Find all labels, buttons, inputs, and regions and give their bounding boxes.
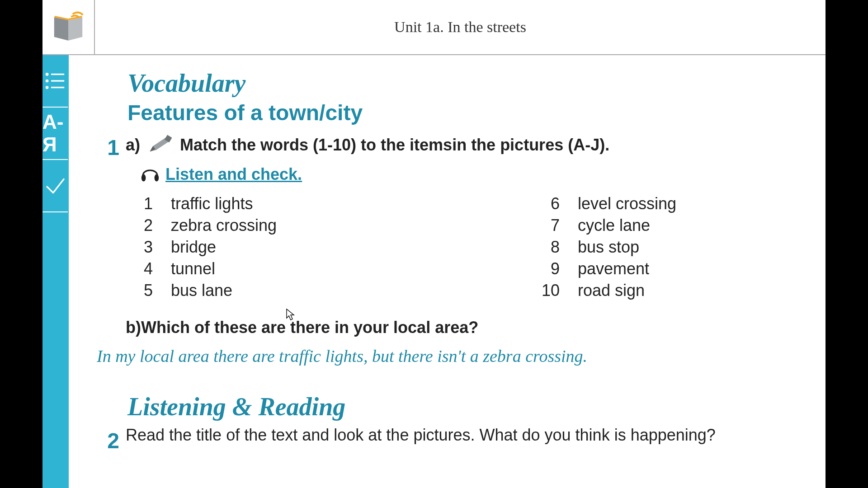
page-content: Vocabulary Features of a town/city 1 a) — [69, 55, 835, 488]
section-title-vocabulary: Vocabulary — [127, 69, 804, 98]
svg-point-9 — [142, 174, 146, 182]
headphones-icon — [139, 163, 161, 186]
vocab-word-list: 1traffic lights2zebra crossing3bridge4tu… — [126, 194, 804, 300]
vocab-item-word: traffic lights — [171, 194, 253, 213]
section-title-listening-reading: Listening & Reading — [127, 392, 804, 421]
vocab-item: 5bus lane — [126, 281, 533, 300]
vocab-item-word: level crossing — [578, 194, 676, 213]
glossary-button[interactable]: А-Я — [42, 108, 68, 160]
vocab-item-word: bridge — [171, 238, 216, 257]
app-logo[interactable] — [42, 0, 95, 54]
svg-point-10 — [155, 174, 159, 182]
vocab-item: 1traffic lights — [126, 194, 533, 213]
part-b-question: Which of these are there in your local a… — [141, 318, 478, 337]
vocab-item-word: bus lane — [171, 281, 232, 300]
listen-row: Listen and check. — [139, 163, 804, 186]
vocab-item-word: bus stop — [578, 238, 639, 257]
pencil-icon — [148, 134, 172, 158]
vocab-item: 8bus stop — [533, 238, 804, 257]
vocab-item: 2zebra crossing — [126, 216, 533, 235]
vocab-item: 4tunnel — [126, 259, 533, 278]
list-icon — [42, 68, 68, 94]
vocab-item-word: road sign — [578, 281, 645, 300]
svg-point-0 — [46, 73, 49, 76]
vocab-item-word: tunnel — [171, 259, 215, 278]
sidebar: А-Я — [42, 55, 69, 488]
vocab-item: 7cycle lane — [533, 216, 804, 235]
part-a-label: a) — [126, 136, 140, 154]
vocab-item-word: zebra crossing — [171, 216, 277, 235]
exercise-2: 2 Read the title of the text and look at… — [127, 426, 804, 453]
vocab-item-number: 5 — [126, 281, 153, 300]
part-a-text: Match the words (1-10) to the itemsin th… — [180, 136, 609, 154]
vocab-item-word: cycle lane — [578, 216, 650, 235]
exercise-number: 1 — [96, 135, 119, 160]
exercise-1: 1 a) Match the words (1-10) to the items… — [127, 134, 804, 343]
exercise-number: 2 — [96, 428, 119, 453]
section-subtitle: Features of a town/city — [127, 100, 804, 125]
vocab-item: 9pavement — [533, 259, 804, 278]
vocab-item: 6level crossing — [533, 194, 804, 213]
vocab-item-word: pavement — [578, 259, 649, 278]
vocab-item-number: 7 — [533, 216, 560, 235]
vocab-item-number: 4 — [126, 259, 153, 278]
exercise-1a-instruction: a) Match the words (1-10) to the itemsin… — [126, 134, 804, 158]
book-icon — [51, 9, 86, 45]
vocab-item-number: 2 — [126, 216, 153, 235]
body: А-Я Vocabulary Features of a town/city 1… — [42, 55, 826, 488]
exercise-1b: b)Which of these are there in your local… — [126, 318, 804, 337]
vocab-item-number: 9 — [533, 259, 560, 278]
unit-title: Unit 1a. In the streets — [95, 19, 826, 36]
top-bar: Unit 1a. In the streets — [42, 0, 826, 55]
check-icon — [42, 173, 68, 198]
vocab-item-number: 6 — [533, 194, 560, 213]
vocab-item-number: 10 — [533, 281, 560, 300]
listen-and-check-link[interactable]: Listen and check. — [165, 165, 302, 184]
vocab-item-number: 1 — [126, 194, 153, 213]
svg-point-2 — [46, 80, 49, 83]
vocab-item: 10road sign — [533, 281, 804, 300]
vocab-item: 3bridge — [126, 238, 533, 257]
exercise-2-question: Read the title of the text and look at t… — [126, 426, 716, 453]
svg-point-4 — [46, 86, 49, 89]
check-button[interactable] — [42, 160, 68, 212]
toc-button[interactable] — [42, 55, 68, 108]
glossary-label: А-Я — [42, 111, 68, 156]
app-window: Unit 1a. In the streets А-Я — [42, 0, 826, 488]
example-sentence: In my local area there are traffic light… — [97, 346, 804, 366]
vocab-item-number: 3 — [126, 238, 153, 257]
vocab-item-number: 8 — [533, 238, 560, 257]
part-b-label: b) — [126, 318, 141, 337]
